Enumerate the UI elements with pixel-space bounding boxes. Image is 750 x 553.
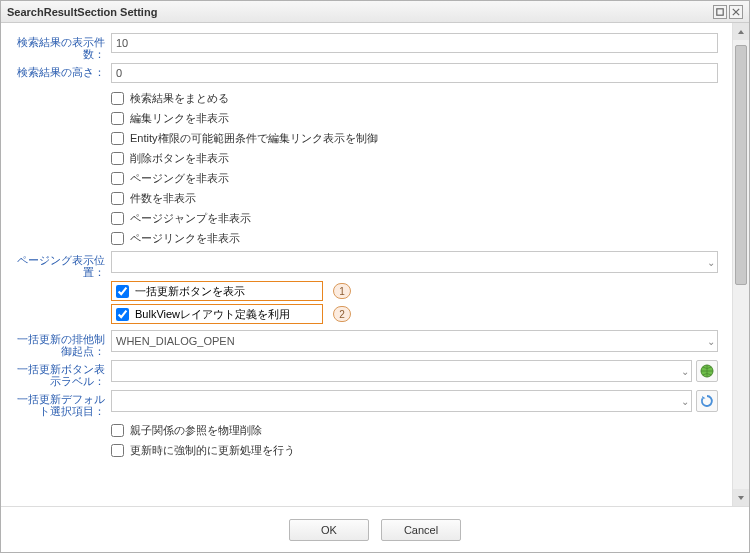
dialog-title: SearchResultSection Setting (7, 6, 157, 18)
vertical-scrollbar[interactable] (732, 23, 749, 506)
check-physical-delete-parent[interactable] (111, 424, 124, 437)
label-bulk-update-btn: 一括更新ボタンを表示 (135, 284, 245, 299)
label-bulk-default-item: 一括更新デフォルト選択項目： (9, 390, 109, 417)
label-bulk-exclusive: 一括更新の排他制御起点： (9, 330, 109, 357)
check-hide-count[interactable] (111, 192, 124, 205)
chevron-down-icon: ⌄ (707, 257, 715, 268)
label-hide-delete-btn: 削除ボタンを非表示 (130, 151, 229, 166)
check-entity-permission-edit[interactable] (111, 132, 124, 145)
label-height: 検索結果の高さ： (9, 63, 109, 78)
check-hide-page-link[interactable] (111, 232, 124, 245)
globe-icon[interactable] (696, 360, 718, 382)
chevron-down-icon: ⌄ (707, 336, 715, 347)
height-input[interactable] (111, 63, 718, 83)
label-physical-delete-parent: 親子関係の参照を物理削除 (130, 423, 262, 438)
check-hide-page-jump[interactable] (111, 212, 124, 225)
badge-1: 1 (333, 283, 351, 299)
footer: OK Cancel (1, 506, 749, 552)
label-paging-pos: ページング表示位置： (9, 251, 109, 278)
label-hide-page-link: ページリンクを非表示 (130, 231, 240, 246)
check-bulk-update-btn[interactable] (116, 285, 129, 298)
ok-button[interactable]: OK (289, 519, 369, 541)
check-hide-paging[interactable] (111, 172, 124, 185)
label-summarize: 検索結果をまとめる (130, 91, 229, 106)
label-force-update: 更新時に強制的に更新処理を行う (130, 443, 295, 458)
label-display-count: 検索結果の表示件数： (9, 33, 109, 60)
label-hide-paging: ページングを非表示 (130, 171, 229, 186)
badge-2: 2 (333, 306, 351, 322)
label-bulk-view-layout: BulkViewレイアウト定義を利用 (135, 307, 290, 322)
maximize-icon[interactable] (713, 5, 727, 19)
scroll-down-icon[interactable] (733, 489, 749, 506)
check-bulk-view-layout[interactable] (116, 308, 129, 321)
chevron-down-icon: ⌄ (681, 396, 689, 407)
chevron-down-icon: ⌄ (681, 366, 689, 377)
check-hide-edit-link[interactable] (111, 112, 124, 125)
scroll-thumb[interactable] (735, 45, 747, 285)
dialog: SearchResultSection Setting 検索結果の表示件数： 検… (0, 0, 750, 553)
label-entity-permission-edit: Entity権限の可能範囲条件で編集リンク表示を制御 (130, 131, 378, 146)
cancel-button[interactable]: Cancel (381, 519, 461, 541)
check-force-update[interactable] (111, 444, 124, 457)
display-count-input[interactable] (111, 33, 718, 53)
svg-rect-0 (717, 8, 723, 14)
paging-pos-select[interactable]: ⌄ (111, 251, 718, 273)
label-bulk-btn-label: 一括更新ボタン表示ラベル： (9, 360, 109, 387)
label-hide-edit-link: 編集リンクを非表示 (130, 111, 229, 126)
bulk-view-layout-highlight: BulkViewレイアウト定義を利用 (111, 304, 323, 324)
bulk-update-btn-highlight: 一括更新ボタンを表示 (111, 281, 323, 301)
check-summarize[interactable] (111, 92, 124, 105)
label-hide-count: 件数を非表示 (130, 191, 196, 206)
refresh-icon[interactable] (696, 390, 718, 412)
bulk-btn-label-select[interactable]: ⌄ (111, 360, 692, 382)
titlebar: SearchResultSection Setting (1, 1, 749, 23)
bulk-exclusive-value: WHEN_DIALOG_OPEN (116, 335, 235, 347)
check-hide-delete-btn[interactable] (111, 152, 124, 165)
form-area: 検索結果の表示件数： 検索結果の高さ： 検索結果をまとめる 編集リンクを非表示 … (1, 23, 732, 506)
label-hide-page-jump: ページジャンプを非表示 (130, 211, 251, 226)
scroll-up-icon[interactable] (733, 23, 749, 40)
close-icon[interactable] (729, 5, 743, 19)
bulk-default-item-select[interactable]: ⌄ (111, 390, 692, 412)
bulk-exclusive-select[interactable]: WHEN_DIALOG_OPEN ⌄ (111, 330, 718, 352)
